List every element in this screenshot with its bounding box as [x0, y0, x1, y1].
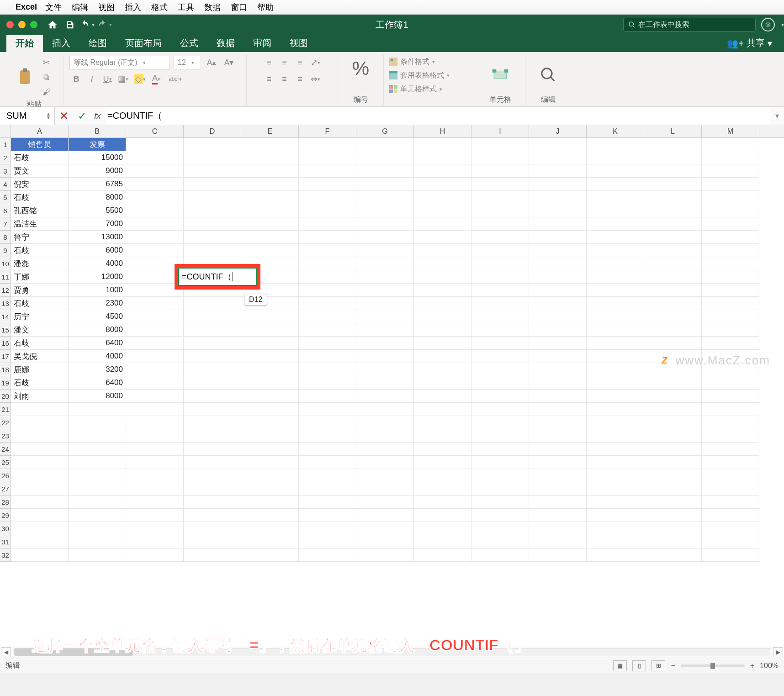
cell[interactable]	[414, 257, 471, 270]
column-header[interactable]: G	[356, 125, 414, 137]
cell[interactable]	[529, 217, 587, 231]
cell[interactable]	[299, 535, 356, 548]
cell[interactable]	[644, 548, 702, 562]
cell[interactable]	[471, 350, 529, 363]
row-header[interactable]: 20	[0, 390, 11, 403]
cell[interactable]: 丁娜	[11, 270, 69, 284]
menu-data[interactable]: 数据	[204, 2, 221, 13]
cell[interactable]	[356, 429, 414, 443]
cell[interactable]	[702, 323, 759, 337]
cell[interactable]	[644, 403, 702, 416]
tab-review[interactable]: 审阅	[244, 33, 281, 52]
row-header[interactable]: 19	[0, 376, 11, 390]
zoom-slider[interactable]	[681, 664, 745, 667]
cell[interactable]	[299, 443, 356, 456]
cell[interactable]	[702, 416, 759, 429]
cell[interactable]	[299, 509, 356, 522]
cell[interactable]	[529, 429, 587, 443]
cut-icon[interactable]: ✂	[40, 56, 53, 69]
cell[interactable]: 石歧	[11, 337, 69, 350]
zoom-value[interactable]: 100%	[760, 662, 779, 670]
cell[interactable]	[414, 376, 471, 390]
row-header[interactable]: 1	[0, 138, 11, 151]
cell[interactable]	[587, 151, 644, 164]
cell[interactable]	[702, 297, 759, 310]
cell[interactable]: 发票	[69, 138, 126, 151]
cell[interactable]	[644, 443, 702, 456]
cell[interactable]	[356, 535, 414, 548]
cell[interactable]	[184, 535, 241, 548]
menu-insert[interactable]: 插入	[125, 2, 141, 13]
row-header[interactable]: 18	[0, 363, 11, 376]
cell[interactable]	[184, 191, 241, 204]
cell[interactable]	[471, 310, 529, 323]
cell[interactable]	[184, 178, 241, 191]
cell[interactable]	[702, 178, 759, 191]
column-header[interactable]: D	[184, 125, 241, 137]
cell[interactable]	[471, 297, 529, 310]
row-header[interactable]: 28	[0, 496, 11, 509]
name-box-dropdown-icon[interactable]: ▲▼	[46, 112, 51, 120]
cell[interactable]	[126, 535, 184, 548]
cell[interactable]	[69, 509, 126, 522]
cell[interactable]	[414, 403, 471, 416]
cell[interactable]	[126, 231, 184, 244]
editing-cell-text[interactable]: =COUNTIF（	[182, 271, 232, 282]
cell[interactable]	[184, 416, 241, 429]
cell[interactable]: 4000	[69, 257, 126, 270]
cell[interactable]	[529, 310, 587, 323]
cell[interactable]	[241, 429, 299, 443]
align-top-icon[interactable]: ≡	[262, 56, 276, 69]
feedback-icon[interactable]: ☺	[761, 18, 775, 32]
cell[interactable]	[414, 310, 471, 323]
cell[interactable]	[702, 469, 759, 482]
close-window-icon[interactable]	[6, 21, 14, 28]
align-right-icon[interactable]: ≡	[293, 72, 307, 86]
cell[interactable]	[702, 310, 759, 323]
cell[interactable]: 6785	[69, 178, 126, 191]
cell[interactable]	[299, 270, 356, 284]
cell[interactable]	[702, 509, 759, 522]
cell[interactable]	[11, 482, 69, 496]
cell[interactable]	[529, 416, 587, 429]
cell[interactable]	[471, 270, 529, 284]
cell[interactable]	[69, 535, 126, 548]
cell[interactable]	[414, 164, 471, 178]
cell[interactable]	[644, 151, 702, 164]
cell[interactable]	[644, 482, 702, 496]
cell[interactable]	[644, 244, 702, 257]
cell[interactable]	[587, 443, 644, 456]
cell[interactable]	[126, 376, 184, 390]
border-button[interactable]: ▦ ▾	[116, 72, 130, 86]
fill-color-button[interactable]: ◇▾	[132, 72, 148, 86]
cell[interactable]	[299, 310, 356, 323]
cell[interactable]	[702, 403, 759, 416]
cell[interactable]	[644, 416, 702, 429]
cell[interactable]	[587, 416, 644, 429]
conditional-format-button[interactable]: 条件格式▾	[389, 56, 469, 68]
zoom-out-icon[interactable]: −	[671, 662, 675, 670]
cell[interactable]	[299, 191, 356, 204]
cell[interactable]	[702, 270, 759, 284]
cell[interactable]	[356, 217, 414, 231]
row-header[interactable]: 17	[0, 350, 11, 363]
merge-cells-icon[interactable]: ⇔▾	[309, 72, 323, 86]
cell[interactable]: 贾勇	[11, 284, 69, 297]
cell[interactable]	[126, 496, 184, 509]
confirm-formula-icon[interactable]: ✓	[73, 110, 91, 122]
cell[interactable]	[69, 416, 126, 429]
cell[interactable]	[126, 217, 184, 231]
cell[interactable]	[471, 191, 529, 204]
cell[interactable]	[529, 337, 587, 350]
cell[interactable]: 1000	[69, 284, 126, 297]
cell[interactable]: 15000	[69, 151, 126, 164]
cell[interactable]	[184, 522, 241, 535]
cell[interactable]	[414, 178, 471, 191]
cell[interactable]	[184, 548, 241, 562]
cell[interactable]	[529, 244, 587, 257]
cell[interactable]	[644, 535, 702, 548]
cell[interactable]: 9000	[69, 164, 126, 178]
cell[interactable]	[126, 456, 184, 469]
table-format-button[interactable]: 套用表格格式▾	[389, 69, 469, 81]
cell[interactable]	[184, 509, 241, 522]
